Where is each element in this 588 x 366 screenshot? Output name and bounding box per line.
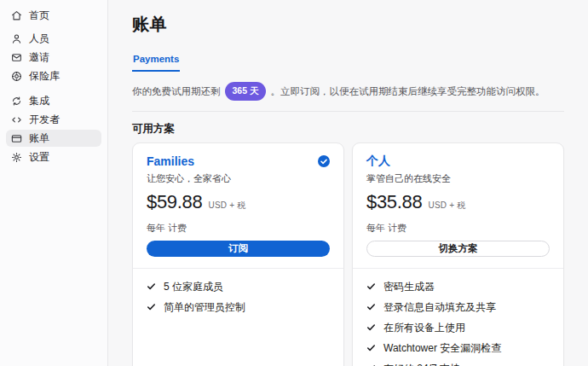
- sidebar-item-home[interactable]: 首页: [6, 7, 101, 24]
- feature-label: Watchtower 安全漏洞检查: [383, 342, 501, 354]
- sidebar-item-billing[interactable]: 账单: [6, 130, 101, 147]
- plan-tagline: 让您安心，全家省心: [147, 173, 330, 184]
- trial-days-badge: 365 天: [225, 82, 267, 101]
- plan-billing-cycle: 每年 计费: [147, 223, 330, 233]
- plan-cards: Families 让您安心，全家省心 $59.88 USD + 税 每年 计费 …: [132, 142, 564, 366]
- plan-features-list: 5 位家庭成员 简单的管理员控制: [133, 269, 343, 366]
- plan-price-suffix: USD + 税: [429, 200, 466, 212]
- plan-billing-cycle: 每年 计费: [366, 223, 550, 233]
- sidebar-item-label: 集成: [29, 94, 49, 108]
- plan-card-families[interactable]: Families 让您安心，全家省心 $59.88 USD + 税 每年 计费 …: [132, 142, 344, 366]
- feature-item: 登录信息自动填充及共享: [366, 301, 550, 313]
- checkmark-icon: [147, 282, 156, 291]
- feature-item: 密码生成器: [366, 281, 550, 293]
- tab-payments[interactable]: Payments: [132, 54, 180, 72]
- billing-card-icon: [11, 133, 22, 144]
- home-icon: [11, 10, 22, 21]
- plan-features-list: 密码生成器 登录信息自动填充及共享 在所有设备上使用 Watchtow: [353, 269, 563, 366]
- developer-code-icon: [11, 114, 22, 125]
- plans-heading: 可用方案: [132, 123, 564, 136]
- feature-label: 密码生成器: [383, 281, 435, 293]
- checkmark-icon: [366, 302, 376, 311]
- sidebar-item-label: 开发者: [29, 113, 60, 127]
- plan-name: 个人: [366, 154, 390, 169]
- feature-label: 简单的管理员控制: [164, 301, 245, 313]
- feature-item: 简单的管理员控制: [147, 301, 330, 313]
- trial-text-before: 你的免费试用期还剩: [132, 86, 221, 96]
- invite-envelope-icon: [11, 52, 22, 63]
- sidebar-item-developer[interactable]: 开发者: [6, 111, 101, 128]
- page-title: 账单: [132, 13, 564, 36]
- section-divider: [132, 111, 564, 112]
- feature-label: 友好的 24/7 支持: [383, 363, 460, 366]
- people-icon: [11, 33, 22, 44]
- sidebar: 首页 人员 邀请 保险库 集成: [0, 0, 108, 366]
- vault-icon: [11, 71, 22, 82]
- plan-card-families-summary: Families 让您安心，全家省心 $59.88 USD + 税 每年 计费 …: [133, 143, 343, 268]
- sidebar-item-label: 账单: [29, 131, 49, 146]
- sidebar-item-label: 设置: [29, 150, 49, 165]
- trial-text-after: 。立即订阅，以便在试用期结束后继续享受完整功能访问权限。: [270, 86, 545, 96]
- integrations-sync-icon: [11, 96, 22, 107]
- checkmark-icon: [366, 282, 376, 291]
- switch-plan-button[interactable]: 切换方案: [366, 241, 550, 257]
- checkmark-icon: [147, 302, 156, 311]
- plan-tagline: 掌管自己的在线安全: [366, 173, 550, 184]
- plan-price-suffix: USD + 税: [209, 200, 246, 212]
- plan-price: $59.88: [147, 191, 203, 213]
- sidebar-item-vaults[interactable]: 保险库: [6, 67, 101, 84]
- sidebar-item-label: 人员: [29, 32, 49, 46]
- checkmark-icon: [366, 343, 376, 352]
- feature-label: 登录信息自动填充及共享: [383, 301, 496, 313]
- sidebar-item-label: 邀请: [29, 50, 49, 65]
- app-window: 首页 人员 邀请 保险库 集成: [0, 0, 588, 366]
- feature-item: 友好的 24/7 支持: [366, 363, 550, 366]
- tab-bar: Payments: [132, 50, 564, 72]
- plan-price: $35.88: [366, 191, 423, 213]
- sidebar-item-invites[interactable]: 邀请: [6, 49, 101, 66]
- sidebar-item-label: 保险库: [29, 69, 60, 84]
- main-content: 账单 Payments 你的免费试用期还剩365 天。立即订阅，以便在试用期结束…: [109, 0, 588, 366]
- plan-card-personal[interactable]: 个人 掌管自己的在线安全 $35.88 USD + 税 每年 计费 切换方案: [352, 142, 564, 366]
- selected-check-icon: [318, 155, 330, 167]
- plan-card-personal-summary: 个人 掌管自己的在线安全 $35.88 USD + 税 每年 计费 切换方案: [353, 143, 563, 268]
- sidebar-item-people[interactable]: 人员: [6, 30, 101, 47]
- feature-item: 在所有设备上使用: [366, 322, 550, 334]
- feature-item: 5 位家庭成员: [147, 281, 330, 293]
- subscribe-button[interactable]: 订阅: [147, 241, 330, 257]
- sidebar-item-label: 首页: [29, 9, 49, 23]
- feature-item: Watchtower 安全漏洞检查: [366, 342, 550, 354]
- sidebar-item-integrations[interactable]: 集成: [6, 92, 101, 109]
- plan-price-row: $35.88 USD + 税: [366, 191, 550, 213]
- settings-gear-icon: [11, 152, 22, 163]
- plan-name: Families: [147, 154, 194, 168]
- sidebar-item-settings[interactable]: 设置: [6, 148, 101, 166]
- feature-label: 在所有设备上使用: [383, 322, 465, 334]
- plan-price-row: $59.88 USD + 税: [147, 191, 330, 213]
- checkmark-icon: [366, 322, 376, 332]
- trial-banner: 你的免费试用期还剩365 天。立即订阅，以便在试用期结束后继续享受完整功能访问权…: [132, 82, 564, 101]
- feature-label: 5 位家庭成员: [164, 281, 223, 293]
